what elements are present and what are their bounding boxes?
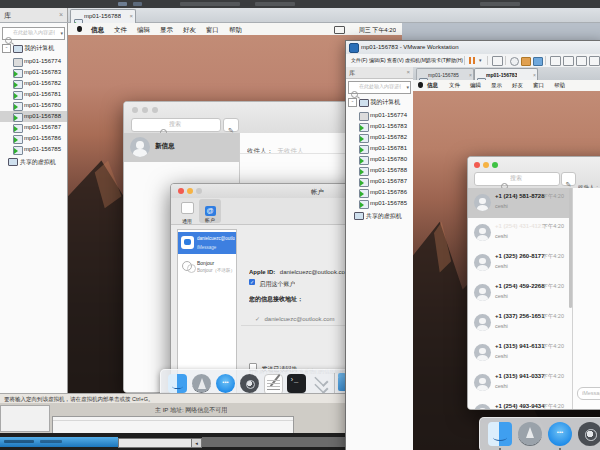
dock-system-preferences-icon[interactable] — [578, 422, 600, 446]
menu-tabs[interactable]: 选项卡(T) — [426, 57, 447, 63]
menubar-clock[interactable]: 周三 下午4:20 — [359, 26, 396, 35]
menu-window[interactable]: 窗口 — [206, 26, 219, 35]
vm-tree-item[interactable]: mp01-156781 — [346, 143, 413, 154]
conversation-row[interactable]: +1 (254) 431-4121 ceshi 下午4:20 — [468, 218, 572, 248]
send-ctrl-alt-del-button[interactable] — [492, 56, 503, 66]
conversation-row[interactable]: +1 (254) 493-9434 ceshi 下午4:20 — [468, 398, 572, 409]
close-traffic-light[interactable] — [132, 107, 138, 113]
unity-mode-button[interactable] — [589, 56, 600, 66]
vm-tree-item[interactable]: mp01-156786 — [0, 133, 67, 144]
tree-expander-icon[interactable]: - — [2, 44, 11, 53]
menu-edit[interactable]: 编辑 — [470, 82, 481, 89]
dock-launchpad-icon[interactable] — [518, 422, 542, 446]
dock-terminal-icon[interactable] — [287, 374, 306, 393]
dock-finder-icon[interactable] — [168, 374, 187, 393]
apple-menu-icon[interactable] — [77, 26, 82, 32]
menu-file[interactable]: 文件 — [449, 82, 460, 89]
nested-sidebar-search[interactable]: ▾ — [348, 81, 411, 94]
dock-messages-icon[interactable] — [216, 374, 235, 393]
conversation-row-new-message[interactable]: 新信息 — [124, 133, 239, 162]
snapshot-revert-icon[interactable] — [533, 57, 543, 66]
vm-tree-item[interactable]: mp01-156783 — [346, 121, 413, 132]
search-dropdown-icon[interactable]: ▾ — [406, 84, 409, 90]
vm-tree-item-selected[interactable]: mp01-156788 — [0, 111, 67, 122]
fullscreen-button[interactable] — [576, 56, 587, 66]
dock-system-preferences-icon[interactable] — [240, 374, 259, 393]
vm-tree-item[interactable]: mp01-156788 — [346, 165, 413, 176]
minimize-traffic-light[interactable] — [187, 188, 193, 194]
tree-root-my-computer[interactable]: - 我的计算机 — [348, 98, 400, 107]
display-status-icon[interactable] — [334, 26, 345, 34]
conversation-row[interactable]: +1 (214) 581-8728 ceshi 下午4:20 — [468, 188, 572, 218]
conversation-row[interactable]: +1 (325) 260-8177 ceshi 下午4:20 — [468, 248, 572, 278]
menu-help[interactable]: 帮助 — [554, 82, 565, 89]
imessage-input-field[interactable] — [582, 390, 600, 396]
progress-track[interactable] — [118, 438, 192, 448]
menu-view[interactable]: 显示 — [160, 26, 173, 35]
prefs-tab-general[interactable]: 通用 — [177, 200, 197, 222]
snapshot-camera-icon[interactable] — [521, 57, 531, 66]
dock-launchpad-icon[interactable] — [192, 374, 211, 393]
zoom-traffic-light[interactable] — [152, 107, 158, 113]
progress-bar-filled[interactable] — [0, 437, 118, 447]
menu-help[interactable]: 帮助 — [229, 26, 242, 35]
conversation-row[interactable]: +1 (337) 256-1651 ceshi 下午4:20 — [468, 308, 572, 338]
menu-window[interactable]: 窗口 — [533, 82, 544, 89]
tree-root-my-computer[interactable]: - 我的计算机 — [2, 44, 54, 53]
library-close-icon[interactable]: × — [59, 11, 63, 18]
vm-tree-item[interactable]: mp01-156783 — [0, 67, 67, 78]
dock-messages-icon[interactable] — [548, 422, 572, 446]
messages2-search-input[interactable] — [510, 175, 550, 181]
outer-vm-tab[interactable]: mp01-156788 × — [70, 9, 136, 23]
outer-sidebar-search-input[interactable] — [13, 29, 55, 35]
enable-account-checkbox[interactable]: ✓ — [249, 279, 255, 285]
dock-downloads-icon[interactable] — [311, 374, 330, 393]
reach-checkbox[interactable]: ✓ — [255, 316, 260, 322]
close-traffic-light[interactable] — [474, 162, 480, 168]
vm-tree-item[interactable]: mp01-156780 — [0, 100, 67, 111]
vm-tree-item[interactable]: mp01-156782 — [346, 132, 413, 143]
vm-tree-item[interactable]: mp01-156774 — [0, 56, 67, 67]
menu-messages[interactable]: 信息 — [427, 82, 438, 89]
vm-tree-item[interactable]: mp01-156785 — [0, 144, 67, 155]
menu-file[interactable]: 文件(F) — [351, 57, 367, 63]
show-library-button[interactable] — [550, 56, 561, 66]
imessage-input[interactable] — [577, 387, 600, 400]
library-close-icon[interactable]: × — [406, 69, 410, 76]
apple-menu-icon[interactable] — [418, 82, 423, 88]
tab-close-icon[interactable]: × — [469, 72, 472, 79]
menu-buddies[interactable]: 好友 — [183, 26, 196, 35]
conversation-row[interactable]: +1 (315) 941-6131 ceshi 下午4:20 — [468, 338, 572, 368]
conversation-row[interactable]: +1 (254) 459-2268 ceshi 下午4:20 — [468, 278, 572, 308]
compose-button[interactable]: ✎ — [561, 172, 576, 186]
vm-tree-item[interactable]: mp01-156780 — [346, 154, 413, 165]
vm-tree-item[interactable]: mp01-156787 — [346, 176, 413, 187]
menu-file[interactable]: 文件 — [114, 26, 127, 35]
menu-edit[interactable]: 编辑 — [137, 26, 150, 35]
menu-buddies[interactable]: 好友 — [512, 82, 523, 89]
vm-tree-item[interactable]: mp01-156781 — [0, 89, 67, 100]
vm-tree-item[interactable]: mp01-156786 — [346, 187, 413, 198]
menu-vm[interactable]: 虚拟机(M) — [405, 57, 428, 63]
tab-close-icon[interactable]: × — [129, 13, 133, 20]
nested-title-bar[interactable]: mp01-156783 - VMware Workstation — [346, 41, 600, 55]
tree-shared-vms[interactable]: 共享的虚拟机 — [8, 158, 56, 167]
menu-view[interactable]: 查看(V) — [387, 57, 404, 63]
tree-expander-icon[interactable]: - — [348, 98, 357, 107]
nested-sidebar-search-input[interactable] — [359, 83, 401, 89]
search-dropdown-icon[interactable]: ▾ — [60, 30, 63, 36]
menu-help[interactable]: 帮助(H) — [446, 57, 463, 63]
show-thumbnail-bar-button[interactable] — [563, 56, 574, 66]
account-row-imessage[interactable]: danielcuezc@outlo… iMessage — [178, 232, 236, 254]
tree-shared-vms[interactable]: 共享的虚拟机 — [354, 212, 402, 221]
prefs-tab-accounts[interactable]: @ 帐户 — [199, 199, 221, 223]
vm-tree-item[interactable]: mp01-156785 — [346, 198, 413, 209]
vm-tree-item[interactable]: mp01-156787 — [0, 122, 67, 133]
conversation-row[interactable]: +1 (315) 941-0337 ceshi 下午4:20 — [468, 368, 572, 398]
dock-finder-icon[interactable] — [488, 422, 512, 446]
zoom-traffic-light[interactable] — [492, 162, 498, 168]
minimize-traffic-light[interactable] — [142, 107, 148, 113]
messages1-search-input[interactable] — [169, 121, 209, 127]
list-scrollbar[interactable] — [569, 188, 572, 308]
zoom-traffic-light[interactable] — [196, 188, 202, 194]
